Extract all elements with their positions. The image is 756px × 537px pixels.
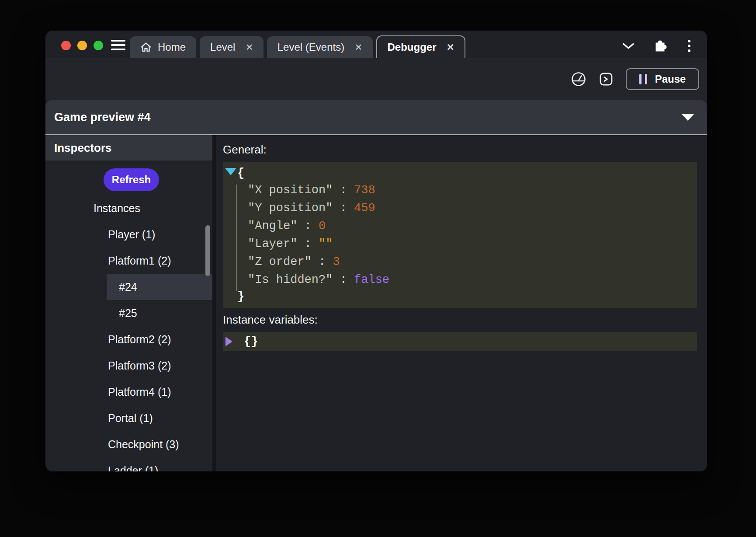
extensions-puzzle-icon[interactable] [655, 39, 668, 52]
profiler-icon[interactable] [571, 71, 586, 87]
property-key: Y position [248, 202, 354, 215]
tab-bar: Home Level × Level (Events) × Debugger × [45, 31, 707, 58]
refresh-button[interactable]: Refresh [104, 168, 159, 191]
property-row[interactable]: X position738 [223, 181, 697, 199]
instance-variables-label: Instance variables: [223, 313, 707, 327]
pause-button-label: Pause [655, 73, 686, 85]
close-tab-icon[interactable]: × [447, 41, 454, 53]
open-brace: { [223, 165, 697, 181]
property-value[interactable]: 459 [354, 202, 375, 215]
game-preview-title: Game preview #4 [54, 111, 151, 124]
pause-icon [639, 74, 647, 84]
tree-item-platform3[interactable]: Platform3 (2) [45, 352, 212, 379]
property-row[interactable]: Z order3 [223, 253, 697, 271]
tree-item-player[interactable]: Player (1) [45, 221, 212, 248]
property-value[interactable]: "" [319, 237, 333, 251]
zoom-window-button[interactable] [94, 41, 103, 50]
property-value[interactable]: 3 [333, 255, 340, 268]
tab-label: Level (Events) [277, 41, 344, 53]
window-controls [61, 41, 103, 50]
chevron-down-icon[interactable] [622, 42, 635, 50]
instance-variables-value[interactable]: {} [244, 335, 258, 348]
debugger-content: Inspectors Refresh Instances Player (1) … [45, 135, 707, 471]
property-value[interactable]: 738 [354, 184, 375, 197]
sidebar-scrollbar[interactable] [205, 225, 210, 276]
titlebar-actions [622, 39, 707, 52]
tabs: Home Level × Level (Events) × Debugger × [130, 35, 465, 58]
tab-level[interactable]: Level × [200, 36, 264, 58]
general-properties-tree: { X position738 Y position459 Angle0 Lay… [223, 162, 697, 308]
instance-variables-tree: {} [223, 332, 697, 351]
property-row[interactable]: Angle0 [223, 217, 697, 235]
general-section-label: General: [223, 143, 707, 157]
property-value[interactable]: false [354, 273, 389, 286]
tab-label: Debugger [388, 41, 437, 53]
tree-item-ladder[interactable]: Ladder (1) [45, 457, 212, 471]
property-row[interactable]: Layer"" [223, 235, 697, 253]
inspectors-sidebar: Inspectors Refresh Instances Player (1) … [45, 135, 212, 471]
tree-item-platform2[interactable]: Platform2 (2) [45, 326, 212, 352]
property-key: Angle [248, 220, 319, 233]
property-key: Z order [248, 255, 333, 268]
main-menu-icon[interactable] [111, 40, 125, 50]
sidebar-divider [212, 135, 216, 471]
property-row[interactable]: Is hidden?false [223, 271, 697, 289]
debugger-window: Home Level × Level (Events) × Debugger × [45, 31, 707, 471]
tab-label: Level [210, 41, 235, 53]
tree-item-portal[interactable]: Portal (1) [45, 405, 212, 431]
tree-item-instance-25[interactable]: #25 [45, 300, 212, 326]
tab-label: Home [158, 41, 186, 53]
property-key: Layer [248, 237, 319, 251]
pause-button[interactable]: Pause [626, 68, 699, 90]
tree-item-instances[interactable]: Instances [45, 195, 212, 221]
tree-item-platform1[interactable]: Platform1 (2) [45, 248, 212, 274]
close-window-button[interactable] [61, 41, 71, 50]
tree-item-platform4[interactable]: Platform4 (1) [45, 379, 212, 405]
property-key: Is hidden? [248, 273, 354, 286]
instances-tree: Instances Player (1) Platform1 (2) #24 #… [45, 195, 212, 471]
more-options-icon[interactable] [688, 40, 690, 52]
property-value[interactable]: 0 [319, 220, 326, 233]
indent-guide [236, 185, 237, 291]
inspector-panel: General: { X position738 Y position459 A… [216, 135, 707, 471]
tab-home[interactable]: Home [130, 36, 196, 58]
tab-debugger[interactable]: Debugger × [376, 35, 465, 58]
inspectors-header: Inspectors [45, 135, 212, 160]
game-preview-header[interactable]: Game preview #4 [45, 100, 707, 135]
tree-item-instance-24[interactable]: #24 [45, 274, 212, 300]
close-tab-icon[interactable]: × [246, 41, 253, 53]
inspectors-header-label: Inspectors [54, 141, 112, 155]
collapse-node-icon[interactable] [225, 168, 236, 175]
home-icon [140, 42, 152, 53]
console-icon[interactable] [599, 72, 614, 87]
property-key: X position [248, 184, 354, 197]
tab-level-events[interactable]: Level (Events) × [267, 36, 373, 58]
debugger-toolbar: Pause [45, 58, 707, 100]
preview-dropdown-icon[interactable] [682, 114, 694, 121]
minimize-window-button[interactable] [77, 41, 87, 50]
property-row[interactable]: Y position459 [223, 199, 697, 217]
expand-node-icon[interactable] [225, 337, 232, 346]
close-tab-icon[interactable]: × [355, 41, 362, 53]
tree-item-checkpoint[interactable]: Checkpoint (3) [45, 431, 212, 457]
close-brace: } [223, 289, 697, 304]
